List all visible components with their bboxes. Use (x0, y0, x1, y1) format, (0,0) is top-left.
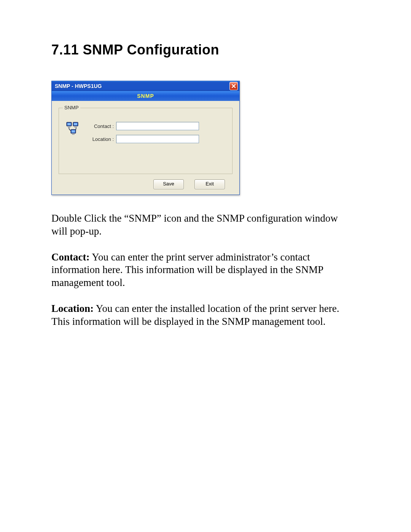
contact-label: Contact : (88, 123, 114, 129)
location-term: Location: (51, 303, 94, 314)
svg-rect-1 (67, 123, 71, 125)
snmp-dialog: SNMP - HWPS1UG SNMP SNMP (51, 81, 240, 195)
intro-paragraph: Double Click the “SNMP” icon and the SNM… (51, 212, 348, 238)
snmp-groupbox: SNMP (59, 108, 233, 174)
button-row: Save Exit (59, 174, 233, 189)
svg-rect-8 (72, 134, 75, 135)
svg-rect-2 (68, 127, 70, 128)
page: 7.11 SNMP Configuration SNMP - HWPS1UG S… (0, 0, 411, 328)
svg-rect-4 (74, 123, 77, 125)
dialog-client-area: SNMP (52, 101, 239, 195)
location-label: Location : (88, 136, 114, 142)
location-row: Location : (88, 135, 225, 143)
body-text: Double Click the “SNMP” icon and the SNM… (51, 212, 362, 328)
contact-input[interactable] (116, 122, 199, 130)
contact-description: You can enter the print server administr… (51, 251, 323, 289)
titlebar[interactable]: SNMP - HWPS1UG (52, 81, 239, 91)
location-description: You can enter the installed location of … (51, 303, 339, 327)
window-title: SNMP - HWPS1UG (55, 83, 102, 89)
contact-row: Contact : (88, 122, 225, 130)
section-heading: 7.11 SNMP Configuration (51, 42, 362, 58)
contact-paragraph: Contact: You can enter the print server … (51, 251, 348, 289)
svg-rect-5 (74, 127, 77, 128)
groupbox-legend: SNMP (63, 105, 80, 110)
location-paragraph: Location: You can enter the installed lo… (51, 302, 348, 328)
dialog-banner: SNMP (52, 91, 239, 101)
exit-button[interactable]: Exit (194, 179, 225, 189)
contact-term: Contact: (51, 251, 89, 263)
save-button[interactable]: Save (153, 179, 184, 189)
close-icon (231, 84, 236, 88)
close-button[interactable] (229, 82, 238, 90)
location-input[interactable] (116, 135, 199, 143)
network-computers-icon (66, 121, 81, 136)
svg-rect-7 (72, 130, 75, 133)
